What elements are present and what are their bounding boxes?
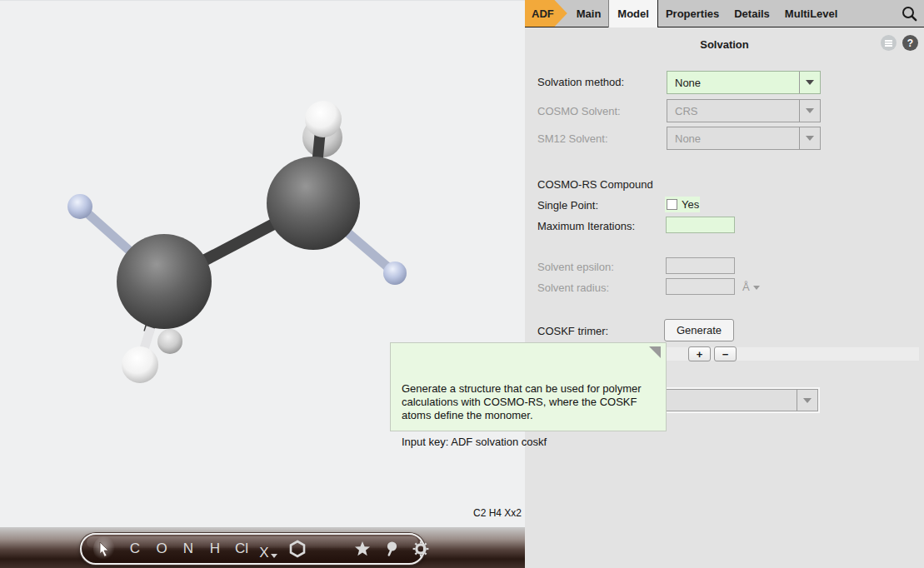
single-point-label: Single Point: <box>537 199 598 212</box>
search-button[interactable] <box>895 0 924 27</box>
molecule-canvas[interactable] <box>0 1 525 528</box>
adfinput-window: C2 H4 Xx2 C O N H Cl X <box>0 0 924 568</box>
sm12-solvent-label: SM12 Solvent: <box>537 132 608 145</box>
gear-icon <box>412 541 429 557</box>
element-button-n[interactable]: N <box>177 536 199 561</box>
triangle-down-icon <box>806 108 814 113</box>
checkbox[interactable] <box>667 199 677 210</box>
element-button-x-menu[interactable]: X <box>257 536 279 561</box>
solvation-method-label: Solvation method: <box>537 76 624 88</box>
tooltip-popup: Generate a structure that can be used fo… <box>390 342 667 431</box>
hamburger-icon <box>885 42 892 44</box>
element-x-label: X <box>259 545 268 561</box>
element-button-h[interactable]: H <box>204 536 226 561</box>
atom-h[interactable] <box>157 329 182 354</box>
tooltip-corner-icon <box>649 346 661 358</box>
cosmors-section-title: COSMO-RS Compound <box>537 178 653 191</box>
tab-main[interactable]: Main <box>569 0 609 27</box>
tab-details[interactable]: Details <box>727 0 777 27</box>
ring-structure-tool[interactable] <box>287 536 308 561</box>
panel-menu-button[interactable] <box>881 35 897 51</box>
balloon-icon <box>384 541 397 557</box>
atom-toolbar: C O N H Cl X <box>80 533 425 565</box>
solvation-method-dropdown[interactable]: None <box>667 71 821 94</box>
star-icon <box>354 541 371 557</box>
tab-properties[interactable]: Properties <box>658 0 727 27</box>
add-row-button[interactable]: + <box>688 346 711 361</box>
question-mark-icon: ? <box>907 37 913 49</box>
dropdown-arrow <box>797 390 817 411</box>
cosmo-solvent-value: CRS <box>667 100 799 122</box>
tabbar-spacer <box>845 0 895 27</box>
max-iterations-input[interactable] <box>666 217 735 233</box>
atom-h[interactable] <box>122 346 158 383</box>
sm12-solvent-dropdown[interactable]: None <box>667 127 821 150</box>
triangle-down-icon <box>803 398 812 403</box>
tab-model[interactable]: Model <box>608 0 658 27</box>
element-button-o[interactable]: O <box>151 536 172 561</box>
viewer-bottom-bar: C O N H Cl X <box>0 527 525 568</box>
solvent-radius-unit[interactable]: Å <box>742 281 760 293</box>
help-button[interactable]: ? <box>902 35 918 51</box>
atom-xx[interactable] <box>383 262 407 285</box>
structures-tool[interactable] <box>352 536 373 561</box>
panel-title: Solvation <box>525 33 924 51</box>
hexagon-icon <box>289 540 306 558</box>
settings-tool[interactable] <box>410 536 432 561</box>
element-button-cl[interactable]: Cl <box>231 536 252 561</box>
select-cursor-tool[interactable] <box>93 536 115 561</box>
dropdown-arrow <box>799 100 820 122</box>
sm12-solvent-value: None <box>667 127 799 149</box>
molecule-formula: C2 H4 Xx2 <box>473 507 522 519</box>
triangle-down-icon <box>753 286 760 290</box>
preoptimize-tool[interactable] <box>380 536 402 561</box>
atom-xx[interactable] <box>67 194 92 219</box>
solvent-radius-input[interactable] <box>666 278 735 295</box>
atom-c[interactable] <box>267 157 360 250</box>
tab-bar: ADF Main Model Properties Details MultiL… <box>525 0 924 27</box>
solvent-epsilon-label: Solvent epsilon: <box>537 261 614 273</box>
triangle-down-icon <box>806 136 814 141</box>
cursor-arrow-icon <box>97 541 111 557</box>
cosmo-solvent-dropdown[interactable]: CRS <box>667 99 821 122</box>
single-point-option[interactable]: Yes <box>665 197 700 212</box>
dropdown-arrow <box>799 72 820 93</box>
search-icon <box>902 6 917 22</box>
cosmo-solvent-label: COSMO Solvent: <box>537 105 621 117</box>
settings-panel: ADF Main Model Properties Details MultiL… <box>525 0 924 568</box>
solvent-radius-label: Solvent radius: <box>537 282 609 294</box>
solvation-method-value: None <box>667 72 799 93</box>
atom-h[interactable] <box>305 101 342 137</box>
coskf-trimer-label: COSKF trimer: <box>537 325 608 337</box>
checkbox-label: Yes <box>682 198 699 211</box>
panel-header: Solvation ? <box>525 33 924 53</box>
element-button-c[interactable]: C <box>124 536 146 561</box>
solvent-epsilon-input[interactable] <box>666 257 735 274</box>
atom-c[interactable] <box>117 234 212 329</box>
unit-label: Å <box>742 281 750 293</box>
max-iterations-label: Maximum Iterations: <box>537 220 635 232</box>
chevron-down-icon <box>271 554 277 558</box>
generate-button[interactable]: Generate <box>664 319 734 341</box>
remove-row-button[interactable]: − <box>714 346 737 361</box>
dropdown-arrow <box>799 127 820 149</box>
tab-adf[interactable]: ADF <box>525 0 567 27</box>
tab-multilevel[interactable]: MultiLevel <box>777 0 846 27</box>
triangle-down-icon <box>806 80 814 85</box>
